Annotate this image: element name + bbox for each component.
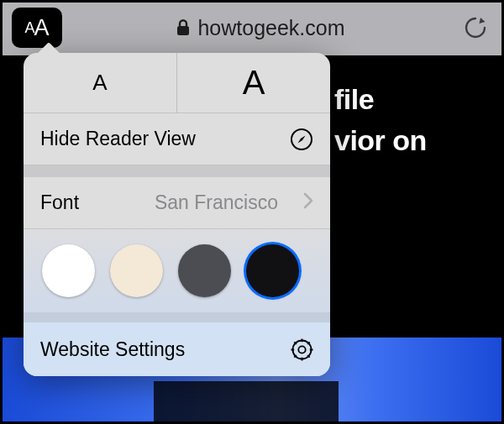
reload-button[interactable] bbox=[459, 11, 492, 44]
reader-popover: A A Hide Reader View Font San Francisco bbox=[24, 53, 330, 376]
address-bar[interactable]: howtogeek.com bbox=[71, 16, 450, 40]
theme-black[interactable] bbox=[246, 244, 299, 297]
gear-icon bbox=[291, 338, 313, 361]
hide-reader-row[interactable]: Hide Reader View bbox=[24, 113, 330, 165]
aa-large-glyph: A bbox=[34, 15, 50, 41]
theme-sepia[interactable] bbox=[110, 244, 163, 297]
reload-icon bbox=[464, 15, 487, 40]
article-headline: file vior on bbox=[334, 79, 427, 162]
font-row[interactable]: Font San Francisco bbox=[24, 177, 330, 229]
color-theme-row bbox=[24, 229, 330, 312]
compass-icon bbox=[290, 128, 313, 151]
svg-point-3 bbox=[298, 346, 305, 353]
hide-reader-label: Hide Reader View bbox=[40, 128, 196, 150]
popover-arrow bbox=[36, 41, 61, 55]
font-value: San Francisco bbox=[96, 191, 278, 214]
website-settings-row[interactable]: Website Settings bbox=[24, 322, 330, 376]
font-label: Font bbox=[40, 191, 79, 214]
safari-toolbar: A A howtogeek.com bbox=[0, 0, 504, 55]
url-domain: howtogeek.com bbox=[197, 16, 344, 40]
lock-icon bbox=[176, 18, 191, 37]
decrease-text-button[interactable]: A bbox=[24, 53, 177, 113]
theme-gray[interactable] bbox=[178, 244, 231, 297]
chevron-right-icon bbox=[303, 191, 313, 214]
increase-text-button[interactable]: A bbox=[177, 53, 330, 113]
text-size-row: A A bbox=[24, 53, 330, 113]
svg-rect-0 bbox=[177, 26, 189, 35]
website-settings-label: Website Settings bbox=[40, 338, 185, 361]
divider bbox=[24, 165, 330, 177]
theme-white[interactable] bbox=[42, 244, 95, 297]
divider bbox=[24, 312, 330, 322]
